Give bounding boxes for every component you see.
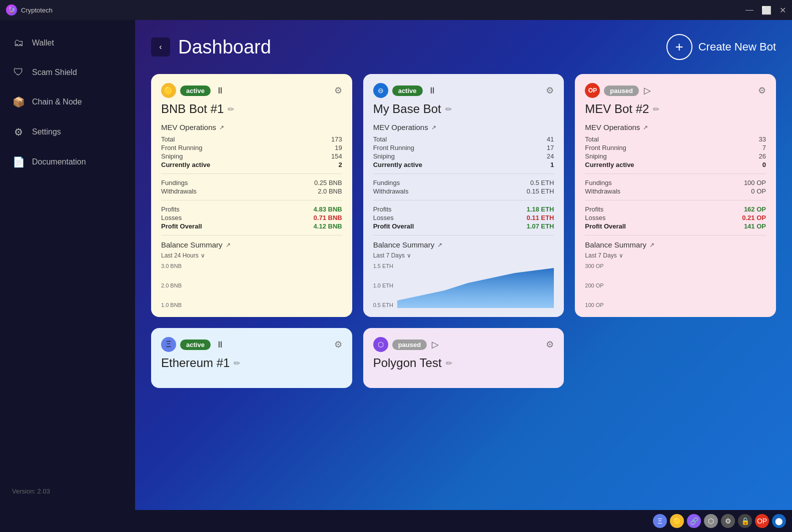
- bot-name-eth: Ethereum #1 ✏: [161, 356, 342, 370]
- edit-icon-op[interactable]: ✏: [653, 104, 659, 114]
- chain-icon-op: OP: [585, 83, 600, 98]
- chain-icon-base: ⊖: [373, 83, 388, 98]
- time-filter-base[interactable]: Last 7 Days ∨: [373, 252, 554, 259]
- stat-withdrawals-base: Withdrawals 0.15 ETH: [373, 188, 554, 195]
- bot-name-op: MEV Bot #2 ✏: [585, 102, 766, 116]
- pause-icon-eth[interactable]: ⏸: [216, 340, 225, 350]
- settings-icon-bnb[interactable]: ⚙: [334, 85, 342, 96]
- area-chart-base: [397, 263, 554, 308]
- balance-title-base: Balance Summary ↗: [373, 240, 554, 249]
- settings-icon-base[interactable]: ⚙: [546, 85, 554, 96]
- bot-card-bnb-bot-1: 🟡 active ⏸ ⚙ BNB Bot #1 ✏ MEV Operations…: [151, 74, 352, 317]
- chart-bnb: 3.0 BNB 2.0 BNB 1.0 BNB: [161, 263, 342, 308]
- status-badge-base: active: [392, 86, 423, 96]
- stat-total-op: Total 33: [585, 136, 766, 143]
- edit-icon-bnb[interactable]: ✏: [228, 104, 234, 114]
- taskbar-icon-op[interactable]: OP: [755, 514, 769, 528]
- bots-grid: 🟡 active ⏸ ⚙ BNB Bot #1 ✏ MEV Operations…: [151, 74, 776, 388]
- stat-active-base: Currently active 1: [373, 161, 554, 168]
- card-header-op: OP paused ▷ ⚙: [585, 83, 766, 98]
- minimize-btn[interactable]: —: [745, 6, 753, 15]
- time-filter-op[interactable]: Last 7 Days ∨: [585, 252, 766, 259]
- stat-profits-bnb: Profits 4.83 BNB: [161, 206, 342, 213]
- chain-icon-bnb: 🟡: [161, 83, 176, 98]
- settings-icon-eth[interactable]: ⚙: [334, 339, 342, 350]
- edit-icon-poly[interactable]: ✏: [446, 358, 452, 368]
- stat-losses-op: Losses 0.21 OP: [585, 214, 766, 222]
- sidebar-label-settings: Settings: [32, 128, 61, 136]
- taskbar-icon-blue[interactable]: ⬤: [772, 514, 786, 528]
- stat-front-running-bnb: Front Running 19: [161, 144, 342, 152]
- titlebar: 🔮 Cryptotech — ⬜ ✕: [0, 0, 792, 20]
- taskbar-icon-lock[interactable]: 🔒: [738, 514, 752, 528]
- stat-front-running-base: Front Running 17: [373, 144, 554, 152]
- status-badge-eth: active: [180, 340, 211, 350]
- page-header: ‹ Dashboard + Create New Bot: [151, 34, 776, 60]
- stat-front-running-op: Front Running 7: [585, 144, 766, 152]
- stat-fundings-bnb: Fundings 0.25 BNB: [161, 179, 342, 186]
- settings-icon-poly[interactable]: ⚙: [546, 339, 554, 350]
- taskbar-icon-bnb[interactable]: 🟡: [670, 514, 684, 528]
- close-btn[interactable]: ✕: [779, 6, 786, 15]
- time-filter-bnb[interactable]: Last 24 Hours ∨: [161, 252, 342, 259]
- back-button[interactable]: ‹: [151, 38, 170, 56]
- shield-icon: 🛡: [12, 66, 25, 78]
- sidebar-item-scam-shield[interactable]: 🛡 Scam Shield: [0, 58, 135, 87]
- chain-icon-eth: Ξ: [161, 337, 176, 352]
- card-header-base: ⊖ active ⏸ ⚙: [373, 83, 554, 98]
- sidebar-item-documentation[interactable]: 📄 Documentation: [0, 147, 135, 177]
- sidebar-item-settings[interactable]: ⚙ Settings: [0, 117, 135, 147]
- settings-icon-op[interactable]: ⚙: [758, 85, 766, 96]
- app-body: 🗂 Wallet 🛡 Scam Shield 📦 Chain & Node ⚙ …: [0, 20, 792, 510]
- create-bot-label: Create New Bot: [698, 40, 776, 54]
- edit-icon-eth[interactable]: ✏: [234, 358, 240, 368]
- mev-title-bnb: MEV Operations ↗: [161, 123, 342, 132]
- taskbar-icon-eth[interactable]: Ξ: [653, 514, 667, 528]
- balance-title-op: Balance Summary ↗: [585, 240, 766, 249]
- taskbar-icon-settings[interactable]: ⚙: [721, 514, 735, 528]
- stat-fundings-base: Fundings 0.5 ETH: [373, 179, 554, 186]
- play-icon-poly[interactable]: ▷: [432, 339, 439, 350]
- pause-icon-bnb[interactable]: ⏸: [216, 86, 225, 96]
- main-content: ‹ Dashboard + Create New Bot 🟡 active ⏸ …: [135, 20, 792, 510]
- svg-marker-0: [397, 268, 554, 308]
- stat-sniping-bnb: Sniping 154: [161, 152, 342, 160]
- stat-profit-overall-bnb: Profit Overall 4.12 BNB: [161, 222, 342, 230]
- stat-sniping-base: Sniping 24: [373, 152, 554, 160]
- sidebar-label-wallet: Wallet: [32, 38, 54, 48]
- taskbar-icon-hex[interactable]: ⬡: [704, 514, 718, 528]
- stat-active-bnb: Currently active 2: [161, 161, 342, 168]
- taskbar-icon-chain[interactable]: 🔗: [687, 514, 701, 528]
- stat-sniping-op: Sniping 26: [585, 152, 766, 160]
- version-label: Version: 2.03: [0, 480, 135, 502]
- sidebar-label-scam-shield: Scam Shield: [32, 68, 77, 77]
- app-title: Cryptotech: [21, 6, 745, 14]
- card-header-poly: ⬡ paused ▷ ⚙: [373, 337, 554, 352]
- sidebar-item-chain-node[interactable]: 📦 Chain & Node: [0, 87, 135, 117]
- window-controls[interactable]: — ⬜ ✕: [745, 6, 786, 15]
- bot-name-bnb: BNB Bot #1 ✏: [161, 102, 342, 116]
- stat-withdrawals-bnb: Withdrawals 2.0 BNB: [161, 188, 342, 195]
- sidebar-label-documentation: Documentation: [32, 158, 86, 166]
- taskbar: Ξ 🟡 🔗 ⬡ ⚙ 🔒 OP ⬤: [0, 510, 792, 532]
- bot-name-base: My Base Bot ✏: [373, 102, 554, 116]
- edit-icon-base[interactable]: ✏: [445, 104, 452, 114]
- sidebar-label-chain-node: Chain & Node: [32, 98, 82, 106]
- balance-title-bnb: Balance Summary ↗: [161, 240, 342, 249]
- stat-losses-bnb: Losses 0.71 BNB: [161, 214, 342, 222]
- pause-icon-base[interactable]: ⏸: [428, 86, 437, 96]
- stat-losses-base: Losses 0.11 ETH: [373, 214, 554, 222]
- status-badge-poly: paused: [392, 340, 427, 350]
- sidebar-item-wallet[interactable]: 🗂 Wallet: [0, 28, 135, 58]
- status-badge-op: paused: [604, 86, 639, 96]
- status-badge-bnb: active: [180, 86, 211, 96]
- create-bot-button[interactable]: + Create New Bot: [666, 34, 776, 60]
- create-bot-icon: +: [666, 34, 692, 60]
- bot-card-mev-bot-2: OP paused ▷ ⚙ MEV Bot #2 ✏ MEV Operation…: [575, 74, 776, 317]
- chart-op: 300 OP 200 OP 100 OP: [585, 263, 766, 308]
- maximize-btn[interactable]: ⬜: [761, 6, 771, 15]
- play-icon-op[interactable]: ▷: [644, 85, 651, 96]
- chain-icon: 📦: [12, 96, 25, 108]
- chart-base: 1.5 ETH 1.0 ETH 0.5 ETH: [373, 263, 554, 308]
- stat-active-op: Currently active 0: [585, 161, 766, 168]
